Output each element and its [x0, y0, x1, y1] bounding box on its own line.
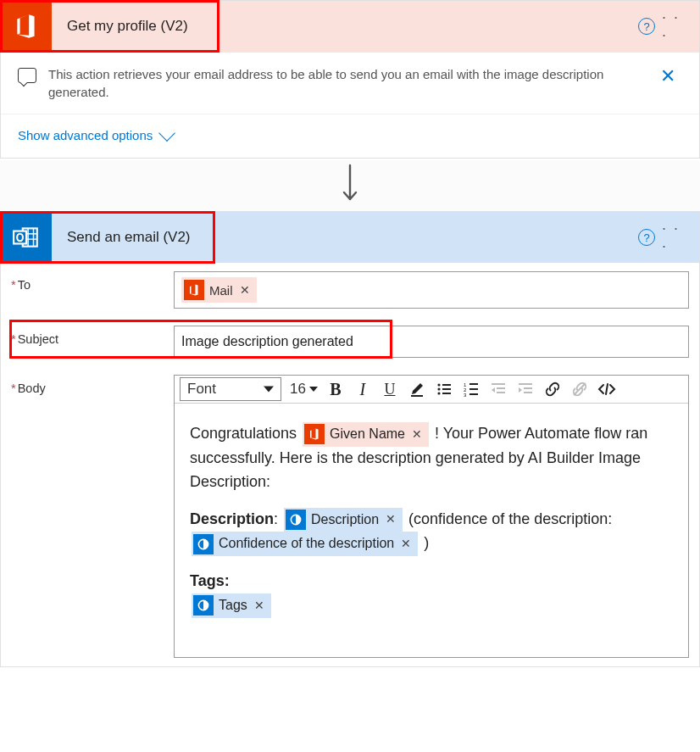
chevron-down-icon — [158, 125, 175, 142]
given-name-token[interactable]: Given Name ✕ — [303, 422, 429, 447]
arrow-down-icon — [341, 164, 359, 207]
svg-rect-17 — [497, 387, 505, 389]
confidence-token[interactable]: Confidence of the description ✕ — [192, 532, 418, 556]
show-advanced-options-link[interactable]: Show advanced options — [1, 114, 699, 158]
profile-card-header[interactable]: Get my profile (V2) ? · · · — [1, 1, 699, 52]
subject-value: Image description generated — [181, 334, 353, 349]
italic-button[interactable]: I — [350, 377, 375, 401]
code-view-button[interactable] — [594, 377, 619, 401]
svg-rect-20 — [524, 387, 532, 389]
remove-token-icon[interactable]: ✕ — [384, 510, 397, 529]
outdent-button[interactable] — [486, 377, 511, 401]
bullet-list-button[interactable] — [431, 377, 457, 401]
email-action-card: Send an email (V2) ? · · · *To Mail ✕ *S… — [0, 211, 700, 667]
link-button[interactable] — [540, 377, 565, 401]
email-card-header[interactable]: Send an email (V2) ? · · · — [1, 212, 699, 263]
ai-builder-icon — [193, 595, 214, 616]
svg-point-4 — [437, 383, 440, 386]
rte-toolbar: Font 16 B I U 123 — [175, 376, 688, 404]
svg-rect-9 — [442, 393, 451, 394]
remove-token-icon[interactable]: ✕ — [399, 535, 413, 554]
office-icon — [184, 280, 204, 300]
indent-button[interactable] — [513, 377, 538, 401]
description-token[interactable]: Description ✕ — [284, 508, 403, 532]
more-menu-icon[interactable]: · · · — [662, 224, 689, 251]
outlook-icon — [1, 212, 52, 263]
ai-builder-icon — [286, 510, 306, 530]
help-icon[interactable]: ? — [638, 18, 655, 35]
subject-field[interactable]: Image description generated — [174, 326, 689, 358]
profile-card-title: Get my profile (V2) — [52, 18, 203, 35]
body-row: *Body Font 16 B I U 123 — [1, 366, 699, 666]
numbered-list-button[interactable]: 123 — [458, 377, 484, 401]
profile-info-text: This action retrieves your email address… — [48, 65, 642, 101]
remove-token-icon[interactable]: ✕ — [253, 597, 266, 616]
svg-point-6 — [437, 387, 440, 390]
profile-action-card: Get my profile (V2) ? · · · This action … — [0, 0, 700, 159]
to-label: *To — [11, 271, 170, 292]
svg-rect-7 — [442, 388, 451, 390]
svg-rect-13 — [469, 388, 478, 390]
svg-rect-15 — [469, 393, 478, 395]
svg-rect-18 — [497, 392, 505, 393]
close-icon[interactable]: ✕ — [653, 65, 682, 87]
svg-rect-3 — [411, 395, 423, 397]
font-select[interactable]: Font — [180, 377, 281, 401]
svg-point-8 — [437, 392, 440, 394]
remove-token-icon[interactable]: ✕ — [410, 426, 424, 444]
body-label: *Body — [11, 375, 170, 658]
svg-rect-19 — [519, 383, 532, 385]
svg-rect-21 — [524, 392, 532, 393]
comment-icon — [18, 68, 36, 83]
more-menu-icon[interactable]: · · · — [662, 13, 689, 40]
to-field[interactable]: Mail ✕ — [174, 271, 689, 309]
email-card-title: Send an email (V2) — [52, 229, 206, 246]
subject-label: *Subject — [11, 326, 170, 346]
svg-text:3: 3 — [464, 393, 467, 398]
ai-builder-icon — [193, 534, 214, 554]
token-label: Mail — [209, 283, 233, 298]
subject-row: *Subject Image description generated — [1, 317, 699, 366]
flow-connector — [0, 159, 700, 211]
tags-token[interactable]: Tags ✕ — [192, 593, 271, 618]
to-row: *To Mail ✕ — [1, 263, 699, 317]
underline-button[interactable]: U — [377, 377, 403, 401]
svg-rect-11 — [469, 383, 478, 385]
bold-button[interactable]: B — [323, 377, 348, 401]
office-icon — [1, 1, 52, 52]
help-icon[interactable]: ? — [638, 229, 655, 246]
font-size-select[interactable]: 16 — [283, 378, 321, 400]
rte-content[interactable]: Congratulations Given Name ✕ ! Your Powe… — [175, 404, 688, 657]
svg-rect-5 — [442, 384, 451, 386]
office-icon — [304, 424, 325, 444]
unlink-button[interactable] — [567, 377, 592, 401]
svg-rect-16 — [492, 383, 505, 385]
advanced-options-label: Show advanced options — [18, 128, 153, 142]
color-picker-button[interactable] — [404, 377, 430, 401]
profile-card-body: This action retrieves your email address… — [1, 52, 699, 114]
rich-text-editor: Font 16 B I U 123 — [174, 375, 689, 658]
remove-token-icon[interactable]: ✕ — [238, 283, 252, 297]
mail-token[interactable]: Mail ✕ — [181, 277, 257, 303]
